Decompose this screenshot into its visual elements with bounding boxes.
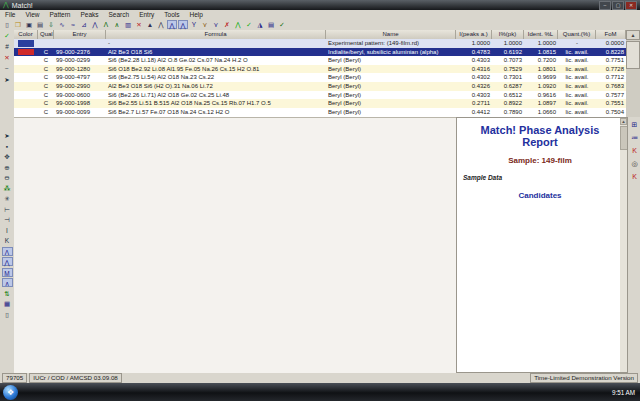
show-calc-pattern-icon[interactable]: ⋀ <box>2 257 13 266</box>
diffraction-pattern-panel[interactable] <box>14 117 456 374</box>
stop-icon[interactable]: ▪ <box>2 142 13 151</box>
menu-help[interactable]: Help <box>184 10 207 19</box>
binoculars-icon[interactable]: ◎ <box>629 159 640 168</box>
column-header[interactable]: Formula <box>106 30 326 39</box>
cluster-icon[interactable]: ⁂ <box>2 184 13 193</box>
table-row[interactable]: C99-000-0299Si6 (Be2.28 Li.18) Al2 O.8 G… <box>14 56 626 65</box>
options-check-icon[interactable]: ✓ <box>277 20 287 29</box>
pan-hand-icon[interactable]: ✥ <box>2 152 13 161</box>
show-markers-icon[interactable]: ʌ <box>2 278 13 287</box>
column-header[interactable]: I%(pk) <box>492 30 524 39</box>
restraints-icon[interactable]: Y <box>189 20 199 29</box>
report-scrollbar[interactable]: ▲ <box>620 118 627 372</box>
column-header[interactable]: Quant.(%) <box>558 30 596 39</box>
column-header[interactable]: Entry <box>54 30 106 39</box>
save-icon[interactable]: ▣ <box>24 20 34 29</box>
zoom-in-icon[interactable]: ⊕ <box>2 163 13 172</box>
column-header[interactable]: Color <box>14 30 38 39</box>
scroll-thumb[interactable] <box>626 41 640 69</box>
column-header[interactable]: Name <box>326 30 456 39</box>
k-red-icon[interactable]: K <box>629 146 640 155</box>
entry-number-icon[interactable]: # <box>2 42 13 51</box>
pattern-icon[interactable]: ▲ <box>145 20 155 29</box>
filter-icon[interactable]: ⋎ <box>200 20 210 29</box>
column-header[interactable]: FoM <box>596 30 626 39</box>
name-cell: Beryl (Beryl) <box>326 99 456 108</box>
delete-pattern-icon[interactable]: ✕ <box>134 20 144 29</box>
bar-chart-icon[interactable]: ▥ <box>123 20 133 29</box>
table-row[interactable]: -Experimental pattern: (149-film.rd)1.00… <box>14 39 626 48</box>
delete-entry-icon[interactable]: ✕ <box>2 53 13 62</box>
search-match-alt-icon[interactable]: ⋀ <box>178 20 188 29</box>
table-row[interactable]: C99-000-4797Si6 (Be2.75 Li.54) Al2 O18 N… <box>14 73 626 82</box>
menu-view[interactable]: View <box>20 10 44 19</box>
search-match-icon[interactable]: ⋀ <box>167 20 177 29</box>
table-row[interactable]: C99-000-1998Si6 Be2.55 Li.51 B.515 Al2 O… <box>14 99 626 108</box>
clear-filter-icon[interactable]: ✗ <box>222 20 232 29</box>
candidate-list-table[interactable]: ColorQual.EntryFormulaNameI(peaks a.)I%(… <box>14 30 626 117</box>
menu-peaks[interactable]: Peaks <box>75 10 103 19</box>
menu-tools[interactable]: Tools <box>159 10 184 19</box>
table-row[interactable]: C99-000-2990Al2 Be3 O18 Si6 (H2 O).31 Na… <box>14 82 626 91</box>
profile-fit-icon[interactable]: ∧ <box>112 20 122 29</box>
column-header[interactable]: I(peaks a.) <box>456 30 492 39</box>
scroll-up-icon[interactable]: ▲ <box>626 30 640 40</box>
open-file-icon[interactable]: ❒ <box>13 20 23 29</box>
zoom-out-icon[interactable]: ⊖ <box>2 173 13 182</box>
table-row[interactable]: C99-000-2376Al2 Be3 O18 Si6Indialite/ber… <box>14 48 626 57</box>
report-scroll-thumb[interactable] <box>620 126 628 150</box>
import-data-icon[interactable]: ⇩ <box>46 20 56 29</box>
data-sheet-icon[interactable]: ⊞ <box>629 120 640 129</box>
swap-axes-icon[interactable]: ⇅ <box>2 289 13 298</box>
report-scroll-up-icon[interactable]: ▲ <box>620 118 627 125</box>
new-file-icon[interactable]: ▯ <box>2 20 12 29</box>
maximize-button[interactable]: ▢ <box>612 1 624 10</box>
smooth-data-icon[interactable]: ≈ <box>68 20 78 29</box>
candidate-list-scrollbar[interactable]: ▲ <box>626 30 640 117</box>
column-header[interactable]: Qual. <box>38 30 54 39</box>
start-button[interactable]: ❖ <box>3 385 18 400</box>
select-cursor-icon[interactable]: ➤ <box>2 75 13 84</box>
print-icon[interactable]: ▤ <box>35 20 45 29</box>
asterisk-icon[interactable]: ✳ <box>2 194 13 203</box>
copy-chart-icon[interactable]: ▯ <box>2 310 13 319</box>
left-limit-icon[interactable]: ⊢ <box>2 205 13 214</box>
candidate-list-icon[interactable]: ⋀ <box>233 20 243 29</box>
menu-entry[interactable]: Entry <box>134 10 159 19</box>
value-cell: 0.7301 <box>492 73 524 82</box>
peak-data-icon[interactable]: ⋀ <box>156 20 166 29</box>
accept-icon[interactable]: ✓ <box>244 20 254 29</box>
subtract-background-icon[interactable]: ⊿ <box>79 20 89 29</box>
accept-entry-icon[interactable]: ✓ <box>2 31 13 40</box>
diffraction-chart[interactable] <box>14 118 456 373</box>
menu-search[interactable]: Search <box>104 10 135 19</box>
quantify-icon[interactable]: ◮ <box>255 20 265 29</box>
table-row[interactable]: C99-000-0099Si6 Be2.7 Li.57 Fe.07 O18 Na… <box>14 108 626 117</box>
menu-file[interactable]: File <box>0 10 20 19</box>
show-exp-pattern-icon[interactable]: Λ <box>2 247 13 256</box>
additional-filter-icon[interactable]: ⋎ <box>211 20 221 29</box>
ibeam-icon[interactable]: I <box>2 226 13 235</box>
remove-entry-icon[interactable]: − <box>2 64 13 73</box>
strip-alpha2-icon[interactable]: ⋀ <box>90 20 100 29</box>
minimize-button[interactable]: – <box>599 1 611 10</box>
name-cell: Beryl (Beryl) <box>326 82 456 91</box>
value-cell: 0.2711 <box>456 99 492 108</box>
column-header[interactable]: Ident. %L <box>524 30 558 39</box>
table-row[interactable]: C99-000-0600Si6 (Be2.26 Li.71) Al2 O18 G… <box>14 91 626 100</box>
entry-list-icon[interactable]: ≔ <box>629 133 640 142</box>
menu-pattern[interactable]: Pattern <box>44 10 75 19</box>
close-button[interactable]: ✕ <box>625 1 637 10</box>
right-limit-icon[interactable]: ⊣ <box>2 215 13 224</box>
peak-search-icon[interactable]: Λ <box>101 20 111 29</box>
show-peaks-icon[interactable]: M <box>2 268 13 277</box>
film-icon[interactable]: ▦ <box>2 299 13 308</box>
pointer-icon[interactable]: ➤ <box>2 131 13 140</box>
report-icon[interactable]: ▤ <box>266 20 276 29</box>
title-bar[interactable]: ⋀ Match! – ▢ ✕ <box>0 0 640 10</box>
table-row[interactable]: C99-000-1280Si6 O18 Be2.92 Li.08 Al1.95 … <box>14 65 626 74</box>
k2-red-icon[interactable]: K <box>629 172 640 181</box>
clock[interactable]: 9:51 AM <box>612 389 635 396</box>
k-tool-icon[interactable]: K <box>2 236 13 245</box>
raw-data-icon[interactable]: ∿ <box>57 20 67 29</box>
